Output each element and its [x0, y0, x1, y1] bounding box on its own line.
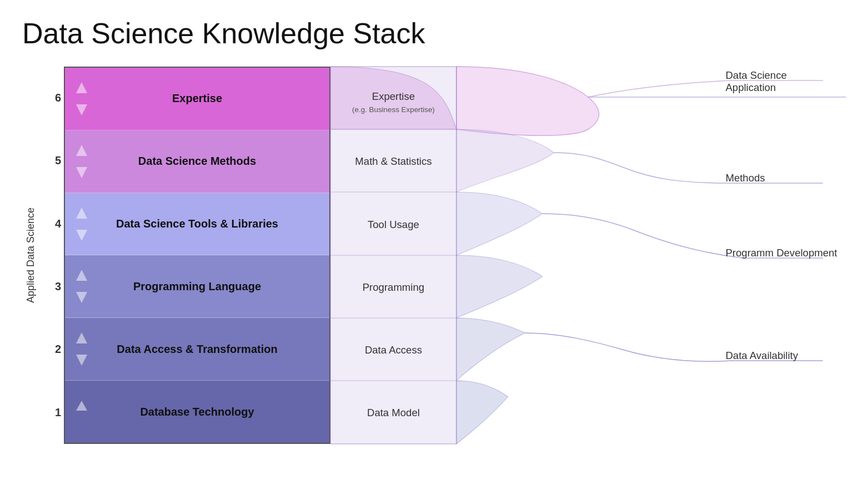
layer-num-3: 3	[44, 280, 61, 293]
stack-layer-2: Data Access & Transformation	[65, 318, 329, 381]
layer-2-label: Data Access & Transformation	[117, 343, 277, 356]
right-section: Expertise (e.g. Business Expertise) Math…	[330, 67, 846, 444]
y-axis-label: Applied Data Science	[22, 67, 39, 444]
svg-text:Data Science: Data Science	[725, 69, 786, 81]
svg-text:Data Model: Data Model	[367, 407, 420, 418]
svg-marker-9	[76, 355, 87, 366]
svg-text:Programming: Programming	[363, 281, 424, 293]
main-container: Data Science Knowledge Stack Applied Dat…	[0, 0, 868, 480]
svg-marker-8	[76, 332, 87, 343]
stack-layer-3: Programming Language	[65, 255, 329, 318]
svg-rect-16	[330, 67, 456, 444]
svg-marker-10	[76, 401, 87, 411]
stack-layer-1: Database Technology	[65, 381, 329, 443]
layer-num-1: 1	[44, 406, 61, 419]
svg-marker-0	[76, 82, 87, 93]
layer-3-label: Programming Language	[133, 280, 261, 293]
content-area: Applied Data Science 6 5 4 3 2 1	[22, 67, 846, 444]
funnel-svg: Expertise (e.g. Business Expertise) Math…	[330, 67, 846, 444]
layer-4-label: Data Science Tools & Libraries	[116, 218, 278, 230]
page-title: Data Science Knowledge Stack	[22, 17, 846, 50]
svg-marker-1	[76, 104, 87, 115]
layer-num-2: 2	[44, 343, 61, 356]
layer-num-4: 4	[44, 218, 61, 230]
svg-marker-2	[76, 145, 87, 156]
svg-text:Data Access: Data Access	[365, 344, 422, 356]
layer-6-label: Expertise	[172, 92, 222, 105]
layer-num-6: 6	[44, 92, 61, 104]
svg-text:Data Availability: Data Availability	[725, 350, 798, 361]
svg-marker-7	[76, 292, 87, 303]
svg-marker-6	[76, 270, 87, 281]
layer-numbers: 6 5 4 3 2 1	[44, 67, 64, 444]
svg-text:(e.g. Business Expertise): (e.g. Business Expertise)	[352, 105, 435, 114]
svg-marker-4	[76, 208, 87, 219]
left-stack: Expertise Data Science Methods	[64, 67, 330, 444]
svg-text:Programm Development: Programm Development	[725, 247, 837, 259]
layer-1-label: Database Technology	[140, 406, 254, 418]
layer-num-5: 5	[44, 154, 61, 167]
svg-marker-3	[76, 167, 87, 178]
stack-layer-6: Expertise	[65, 68, 329, 130]
stack-layer-5: Data Science Methods	[65, 130, 329, 193]
stack-layer-4: Data Science Tools & Libraries	[65, 193, 329, 256]
svg-marker-5	[76, 230, 87, 241]
svg-text:Methods: Methods	[725, 172, 765, 184]
svg-text:Math & Statistics: Math & Statistics	[355, 155, 432, 167]
svg-text:Application: Application	[725, 82, 776, 93]
layer-5-label: Data Science Methods	[138, 155, 256, 168]
svg-text:Tool Usage: Tool Usage	[368, 219, 419, 230]
svg-text:Expertise: Expertise	[372, 90, 415, 102]
